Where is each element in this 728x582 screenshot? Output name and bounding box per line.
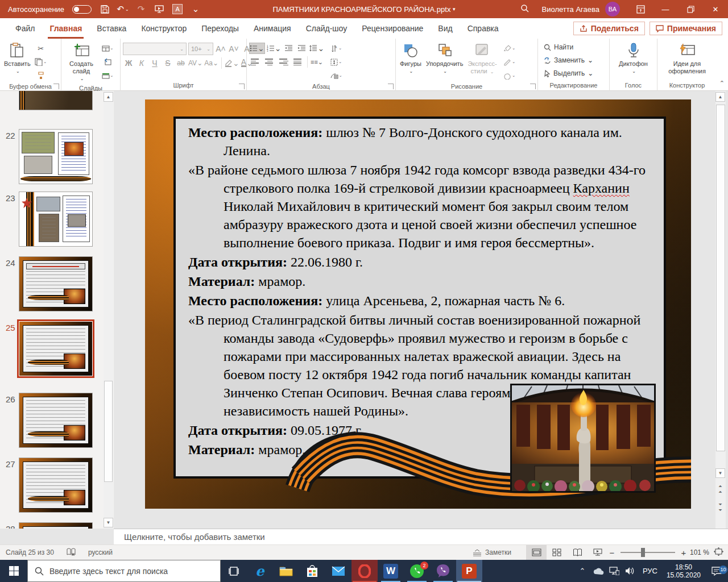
paragraph-dialog-launcher[interactable]	[388, 84, 394, 89]
volume-icon[interactable]	[622, 567, 638, 575]
slide-thumbnail[interactable]	[19, 458, 92, 512]
onedrive-cloud-icon[interactable]	[590, 567, 606, 575]
slide-thumbnail[interactable]	[19, 91, 92, 110]
notes-toggle-button[interactable]: Заметки	[473, 548, 511, 556]
highlight-color-button[interactable]: ⌄	[225, 57, 239, 69]
editor-scroll-down-icon[interactable]: ▼	[715, 468, 725, 478]
language-status[interactable]: русский	[88, 548, 113, 556]
tray-expand-chevron-icon[interactable]: ⌃	[574, 567, 590, 575]
file-explorer-icon[interactable]	[273, 560, 299, 582]
zoom-out-button[interactable]: −	[608, 548, 616, 558]
design-ideas-button[interactable]: Идеи для оформления	[667, 41, 708, 76]
quick-styles-button[interactable]: Экспресс- стили ⌄	[466, 41, 498, 77]
thumbnail-scroll-down-icon[interactable]: ▼	[104, 518, 113, 527]
format-painter-button[interactable]	[34, 69, 48, 82]
thumbnail-scrollbar[interactable]: ▲ ▼	[104, 91, 113, 529]
customize-qat-chevron[interactable]: ⌄	[191, 4, 201, 14]
eternal-flame-photo[interactable]	[510, 384, 656, 493]
editor-scroll-up-icon[interactable]: ▲	[715, 92, 725, 102]
editor-scrollbar[interactable]: ▲ ▼ ⏶⏶ ⏷⏷	[715, 91, 726, 529]
opera-icon[interactable]	[351, 560, 378, 582]
search-icon[interactable]	[514, 4, 536, 15]
convert-to-smartart-button[interactable]: ⌄	[329, 69, 344, 82]
slide-thumbnail[interactable]	[19, 192, 92, 246]
tab-файл[interactable]: Файл	[8, 18, 42, 39]
next-slide-button[interactable]: ⏷⏷	[715, 502, 725, 512]
align-right-button[interactable]	[278, 56, 290, 68]
collapse-ribbon-button[interactable]: ⌃	[719, 80, 725, 87]
microsoft-store-icon[interactable]	[299, 560, 325, 582]
arrange-button[interactable]: Упорядочить ⌄	[424, 41, 465, 76]
normal-view-button[interactable]	[526, 545, 547, 560]
shapes-button[interactable]: Фигуры ⌄	[398, 41, 423, 76]
find-button[interactable]: Найти	[543, 41, 574, 53]
thumbnail-scrollbar-thumb[interactable]	[104, 381, 113, 482]
tab-переходы[interactable]: Переходы	[194, 18, 246, 39]
thumbnail-scroll-up-icon[interactable]: ▲	[104, 92, 113, 102]
slide-canvas[interactable]: Место расположения: шлюз № 7 Волго-Донск…	[145, 99, 691, 509]
slide-thumbnail[interactable]	[19, 257, 92, 311]
grow-font-button[interactable]: A˄	[215, 43, 226, 55]
font-size-combo[interactable]: 10+⌄	[188, 43, 213, 55]
editor-scrollbar-thumb[interactable]	[716, 105, 725, 451]
drawing-dialog-launcher[interactable]	[530, 84, 536, 89]
ribbon-display-options-icon[interactable]	[628, 0, 653, 18]
new-slide-button[interactable]: Создать слайд ⌄	[64, 41, 99, 84]
zoom-in-button[interactable]: +	[680, 548, 688, 558]
slide-thumbnail-selected[interactable]	[19, 322, 92, 376]
notes-pane[interactable]: Щелкните, чтобы добавить заметки	[114, 529, 728, 544]
select-button[interactable]: Выделить ⌄	[543, 67, 594, 80]
slide-thumbnail[interactable]	[19, 523, 92, 529]
font-quick-command[interactable]: A	[172, 4, 183, 14]
start-slideshow-icon[interactable]	[154, 4, 164, 14]
tab-вставка[interactable]: Вставка	[89, 18, 134, 39]
align-center-button[interactable]	[263, 56, 276, 68]
section-button[interactable]: ⌄	[100, 69, 115, 82]
language-indicator[interactable]: РУС	[638, 567, 662, 575]
shape-outline-button[interactable]: ⌄	[502, 56, 517, 68]
text-shadow-button[interactable]: ab	[175, 57, 187, 69]
slide-layout-button[interactable]: ⌄	[100, 42, 115, 55]
paste-button[interactable]: Вставить ⌄	[2, 41, 32, 76]
clock[interactable]: 18:50 15.05.2020	[662, 563, 705, 579]
align-left-button[interactable]	[249, 56, 262, 68]
text-direction-button[interactable]: А⌄	[329, 42, 344, 55]
bold-button[interactable]: Ж	[123, 57, 134, 69]
close-button[interactable]: ✕	[703, 0, 728, 18]
font-name-combo[interactable]: ⌄	[123, 43, 187, 55]
undo-button[interactable]: ↶⌄	[118, 4, 128, 14]
edge-icon[interactable]: e	[247, 560, 273, 582]
cut-button[interactable]: ✂	[34, 42, 48, 55]
shape-fill-button[interactable]: ⌄	[502, 42, 517, 55]
replace-button[interactable]: bc Заменить ⌄	[543, 54, 594, 66]
numbering-button[interactable]: 123⌄	[267, 43, 282, 54]
clipboard-dialog-launcher[interactable]	[53, 84, 59, 89]
columns-button[interactable]: ≡≡⌄	[311, 56, 323, 68]
zoom-slider-thumb[interactable]	[641, 548, 645, 557]
reset-slide-button[interactable]	[100, 56, 115, 68]
word-icon[interactable]: W	[378, 560, 404, 582]
avatar[interactable]: ВА	[605, 2, 620, 16]
notification-center-button[interactable]: 10	[705, 567, 728, 576]
shape-effects-button[interactable]: ⌄	[502, 69, 517, 82]
tab-слайд-шоу[interactable]: Слайд-шоу	[299, 18, 355, 39]
align-text-button[interactable]: ⌄	[329, 56, 344, 68]
slide-sorter-view-button[interactable]	[547, 545, 567, 560]
title-dropdown-icon[interactable]: ▾	[453, 6, 456, 12]
minimize-button[interactable]: —	[653, 0, 678, 18]
restore-button[interactable]	[678, 0, 703, 18]
viber-icon[interactable]	[430, 560, 456, 582]
tab-главная[interactable]: Главная	[42, 18, 89, 39]
comments-button[interactable]: Примечания	[650, 22, 722, 35]
tab-конструктор[interactable]: Конструктор	[134, 18, 194, 39]
reading-view-button[interactable]	[567, 545, 588, 560]
save-icon[interactable]	[100, 4, 110, 14]
slide-thumbnail[interactable]	[19, 130, 92, 184]
underline-button[interactable]: Ч	[149, 57, 160, 69]
start-button[interactable]	[0, 560, 27, 582]
mail-icon[interactable]	[325, 560, 351, 582]
slide-thumbnail[interactable]	[19, 393, 92, 447]
redo-button[interactable]: ↷	[136, 4, 146, 14]
spellcheck-status-icon[interactable]	[67, 548, 76, 558]
previous-slide-button[interactable]: ⏶⏶	[715, 484, 725, 494]
